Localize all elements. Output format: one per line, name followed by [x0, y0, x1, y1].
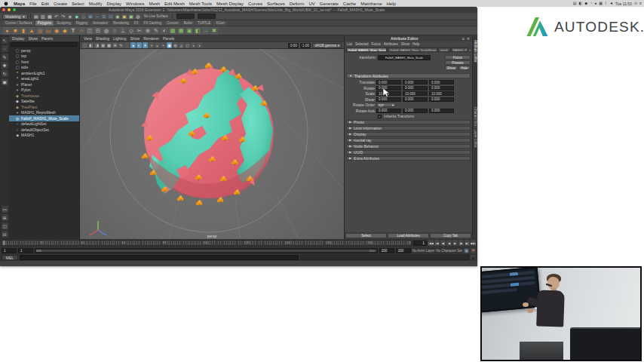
viewport-3d-view[interactable]: persp — [80, 49, 344, 239]
viewport-icon[interactable]: ◑ — [149, 42, 154, 48]
tab-scroll-right-icon[interactable]: › — [469, 48, 471, 52]
menubar-item[interactable]: Deform — [287, 2, 307, 6]
statusline-icon[interactable]: ◉ — [115, 14, 121, 20]
range-slider-track[interactable]: 200 — [35, 248, 378, 253]
menubar-item[interactable]: Mesh Display — [214, 2, 246, 6]
collapsed-section-bar[interactable]: ▶ Extra Attributes — [346, 156, 471, 161]
outliner-item[interactable]: ○ defaultObjectSet — [9, 127, 79, 133]
shear-z-field[interactable]: 0.000 — [429, 97, 454, 102]
menubar-status-icon[interactable]: ● — [594, 2, 596, 5]
menubar-item[interactable]: Windows — [124, 2, 146, 6]
playback-button[interactable]: |▶ — [458, 240, 464, 246]
viewport-icon[interactable]: ☀ — [143, 42, 148, 48]
outliner-item[interactable]: ▢ side — [9, 65, 79, 71]
menubar-item[interactable]: Help — [385, 2, 398, 6]
shelf-icon[interactable]: ◇ — [127, 27, 135, 35]
playback-button[interactable]: ◀| — [440, 240, 446, 246]
apple-logo-icon[interactable] — [5, 2, 8, 5]
viewport-menu-item[interactable]: Shading — [96, 36, 109, 41]
shelf-icon[interactable]: ▦ — [177, 27, 185, 35]
viewport-icon[interactable]: ◻ — [185, 42, 190, 48]
shelf-icon[interactable]: T — [69, 27, 77, 35]
menubar-status-icon[interactable]: ▦ — [599, 2, 603, 5]
tool-button[interactable]: ↖ — [2, 37, 8, 44]
attribute-editor-menu-item[interactable]: Show — [401, 42, 409, 46]
time-slider[interactable]: 20406080100120140160180200 — [2, 240, 412, 246]
show-button[interactable]: Show — [445, 66, 458, 70]
outliner-item[interactable]: ▢ top — [9, 54, 79, 60]
shelf-icon[interactable]: ▭ — [44, 27, 52, 35]
pin-panel-icon[interactable]: ≡ — [462, 36, 465, 41]
viewport-icon[interactable]: ◗ — [197, 42, 202, 48]
node-name-field[interactable]: Falloff_MASH1_Mute_Scale — [378, 55, 431, 60]
shelf-icon[interactable]: ◎ — [36, 27, 44, 35]
shelf-icon[interactable]: ∩ — [78, 27, 85, 35]
transform-attributes-section[interactable]: ▼ Transform Attributes — [346, 73, 471, 78]
outliner-item[interactable]: ◆ TreePlant — [9, 104, 79, 110]
viewport-icon[interactable]: ⊞ — [112, 42, 118, 48]
workspace-selector[interactable]: Modeling▾ — [2, 14, 28, 20]
tool-button[interactable]: ◌ — [2, 45, 8, 52]
statusline-icon[interactable]: ~ — [94, 14, 100, 20]
outliner-item[interactable]: * areaLight1 — [9, 76, 79, 82]
shelf-icon[interactable]: ○ — [111, 27, 118, 35]
menubar-item[interactable]: Create — [51, 2, 69, 6]
collapsed-section-bar[interactable]: ▶ Limit Information — [346, 126, 471, 131]
command-language-toggle[interactable]: MEL — [2, 255, 18, 260]
shelf-icon[interactable]: ◐ — [161, 27, 168, 35]
viewport-icon[interactable]: ◨ — [94, 42, 100, 48]
viewport-menu-item[interactable]: View — [84, 36, 92, 41]
shelf-icon[interactable]: ▲ — [28, 27, 35, 35]
playback-button[interactable]: ▶| — [465, 240, 470, 246]
range-slider-handle[interactable] — [36, 250, 41, 252]
menubar-item[interactable]: Mesh — [146, 2, 162, 6]
shelf-icon[interactable]: ⊥ — [119, 27, 127, 35]
statusline-icon[interactable]: ◆ — [74, 14, 80, 20]
scale-z-field[interactable]: 10.000 — [429, 91, 454, 96]
menubar-status-icon[interactable]: ▤ — [573, 2, 577, 5]
shelf-icon[interactable]: ◆ — [61, 27, 69, 35]
shelf-icon[interactable]: ◧ — [194, 27, 201, 35]
viewport-icon[interactable]: ◓ — [161, 42, 166, 48]
node-tab[interactable]: Falloff_MASH1_Mute_ScaleShape — [388, 48, 437, 52]
shelf-tab[interactable]: Custom — [164, 20, 181, 26]
shelf-tab[interactable]: XGen — [213, 20, 227, 26]
rotate-axis-z-field[interactable]: 0.000 — [429, 109, 454, 113]
viewport-icon[interactable]: ◍ — [173, 42, 178, 48]
shelf-icon[interactable]: ▣ — [186, 27, 193, 35]
viewport-icon[interactable]: ✎ — [118, 42, 124, 48]
statusline-icon[interactable]: ⊙ — [101, 14, 107, 20]
shelf-tab[interactable]: TURTLE — [195, 20, 213, 26]
outliner-item[interactable]: + Pylon — [9, 87, 79, 94]
outliner-item[interactable]: ▢ persp — [9, 48, 79, 54]
statusline-icon[interactable]: ▤ — [33, 14, 39, 20]
menubar-status-icon[interactable]: ◄ — [609, 2, 613, 5]
hide-button[interactable]: Hide — [458, 66, 471, 70]
attribute-editor-menu-item[interactable]: Attributes — [384, 42, 398, 46]
menubar-item[interactable]: Generate — [317, 2, 341, 6]
menubar-item[interactable]: Edit — [39, 2, 51, 6]
auto-keyframe-icon[interactable]: ▦ — [464, 248, 469, 253]
shelf-tab[interactable]: FX Caching — [142, 20, 164, 26]
outliner-menu-item[interactable]: Display — [12, 36, 24, 41]
attribute-editor-menu-item[interactable]: Selected — [355, 42, 369, 46]
layout-button[interactable]: ◫ — [2, 222, 8, 229]
shelf-icon[interactable]: → — [202, 27, 210, 35]
statusline-icon[interactable]: ◇ — [81, 14, 87, 20]
shelf-icon[interactable]: ⊟ — [94, 27, 102, 35]
command-line-input[interactable] — [20, 255, 299, 260]
tool-button[interactable]: ↻ — [2, 70, 8, 77]
gamma-field[interactable]: 1.00 — [300, 43, 311, 48]
layout-button[interactable]: ⊟ — [2, 231, 8, 238]
menubar-item[interactable]: File — [27, 2, 39, 6]
notification-center-icon[interactable]: ≡ — [639, 2, 642, 5]
menubar-status-icon[interactable]: ◧ — [579, 2, 583, 5]
viewport-icon[interactable]: ▣ — [167, 42, 172, 48]
shelf-icon[interactable]: ▮ — [20, 27, 27, 35]
collapsed-section-bar[interactable]: ▶ Pivots — [346, 120, 471, 125]
quick-selection-field[interactable] — [176, 14, 195, 19]
shelf-tab[interactable]: Polygons — [35, 20, 54, 26]
spotlight-icon[interactable]: ⊙ — [634, 2, 637, 5]
anim-layer-label[interactable]: No Anim Layer — [412, 249, 435, 253]
menubar-item[interactable]: Maya — [11, 2, 27, 6]
